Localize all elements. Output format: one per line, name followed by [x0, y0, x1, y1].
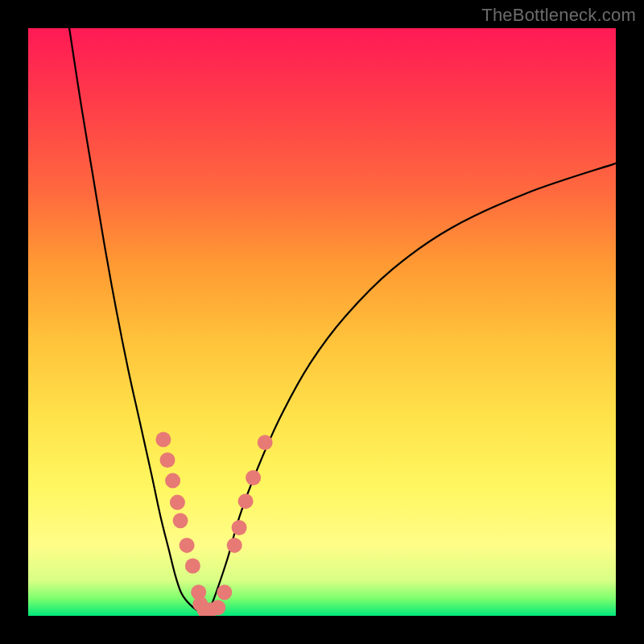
data-dot	[173, 513, 188, 528]
data-dot	[258, 435, 273, 450]
data-dot	[180, 538, 195, 553]
data-dot	[165, 473, 180, 489]
data-dot	[227, 538, 242, 553]
data-dot	[238, 493, 254, 509]
data-dot	[246, 470, 261, 485]
chart-frame: TheBottleneck.com	[0, 0, 644, 644]
data-dot	[217, 584, 232, 600]
watermark-text: TheBottleneck.com	[481, 5, 636, 26]
dots-group	[155, 432, 272, 617]
curve-right-curve	[204, 163, 616, 613]
data-dot	[232, 520, 247, 535]
chart-svg	[28, 28, 616, 616]
data-dot	[155, 432, 171, 448]
plot-area	[28, 28, 616, 616]
data-dot	[170, 495, 185, 510]
data-dot	[185, 558, 200, 573]
curves-group	[69, 28, 616, 613]
data-dot	[160, 452, 175, 468]
data-dot	[210, 600, 225, 615]
